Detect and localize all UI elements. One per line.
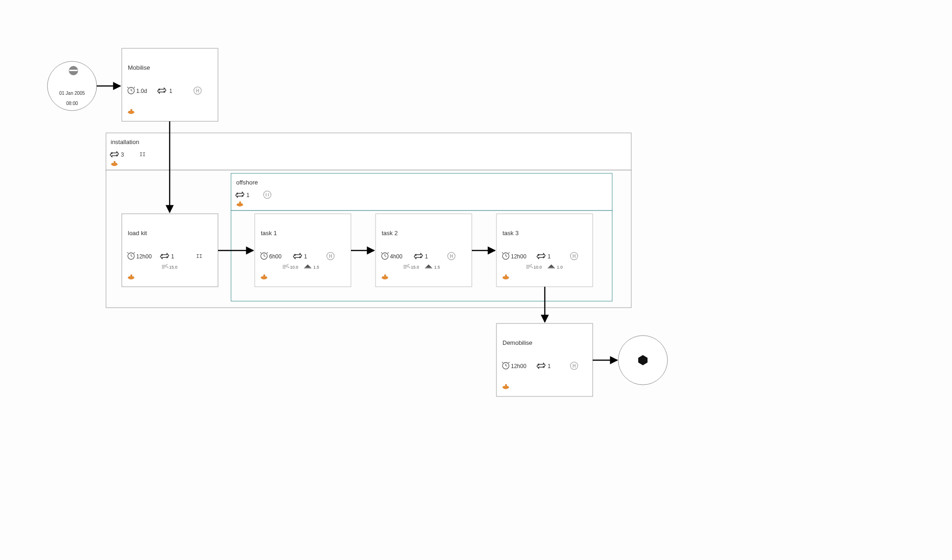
task3-param2: 1.0 [557, 265, 563, 270]
svg-rect-15 [106, 133, 631, 170]
task1-node[interactable]: task 1 6h00 1 10.0 1.5 [255, 214, 351, 287]
svg-rect-22 [496, 214, 593, 287]
demobilise-repeat: 1 [548, 363, 551, 369]
svg-rect-19 [122, 214, 218, 287]
task3-title: task 3 [502, 230, 519, 237]
loadkit-param1: 15.0 [169, 265, 178, 270]
task2-param2: 1.5 [434, 265, 440, 270]
loadkit-node[interactable]: load kit 12h00 1 II 15.0 [122, 214, 218, 287]
task1-title: task 1 [261, 230, 277, 237]
mobilise-repeat: 1 [169, 88, 172, 94]
mobilise-duration: 1.0d [136, 88, 147, 94]
svg-rect-13 [69, 70, 78, 71]
pause-icon: II [139, 152, 145, 158]
demobilise-node[interactable]: Demobilise 12h00 1 [496, 323, 593, 396]
pause-icon: II [196, 253, 202, 259]
start-date: 01 Jan 2005 [59, 91, 85, 96]
task2-title: task 2 [382, 230, 398, 237]
demobilise-duration: 12h00 [511, 363, 527, 369]
svg-rect-14 [122, 48, 218, 121]
svg-rect-20 [255, 214, 351, 287]
task3-repeat: 1 [548, 253, 551, 260]
demobilise-title: Demobilise [502, 339, 532, 346]
loadkit-repeat: 1 [171, 253, 174, 260]
svg-rect-21 [376, 214, 472, 287]
task2-node[interactable]: task 2 4h00 1 15.0 1.5 [376, 214, 472, 287]
task2-duration: 4h00 [390, 253, 403, 260]
task1-param1: 10.0 [290, 265, 298, 270]
task3-param1: 10.0 [534, 265, 542, 270]
task1-param2: 1.5 [313, 265, 319, 270]
task1-duration: 6h00 [269, 253, 282, 260]
task2-param1: 15.0 [411, 265, 419, 270]
installation-title: installation [111, 138, 139, 145]
process-diagram: H 01 Jan 2005 08:00 Mobilise 1.0d 1 inst… [0, 0, 952, 560]
loadkit-title: load kit [128, 230, 147, 237]
start-node[interactable]: 01 Jan 2005 08:00 [47, 61, 97, 111]
offshore-repeat: 1 [246, 192, 250, 198]
end-node[interactable] [618, 336, 668, 385]
start-time: 08:00 [66, 101, 78, 106]
offshore-title: offshore [236, 179, 258, 186]
svg-rect-17 [231, 173, 612, 211]
loadkit-duration: 12h00 [136, 253, 152, 260]
task1-repeat: 1 [304, 253, 307, 260]
task3-node[interactable]: task 3 12h00 1 10.0 1.0 [496, 214, 593, 287]
mobilise-node[interactable]: Mobilise 1.0d 1 [122, 48, 218, 121]
mobilise-title: Mobilise [128, 64, 150, 71]
svg-rect-23 [496, 323, 593, 396]
task2-repeat: 1 [425, 253, 428, 260]
installation-repeat: 3 [121, 152, 124, 158]
task3-duration: 12h00 [511, 253, 527, 260]
